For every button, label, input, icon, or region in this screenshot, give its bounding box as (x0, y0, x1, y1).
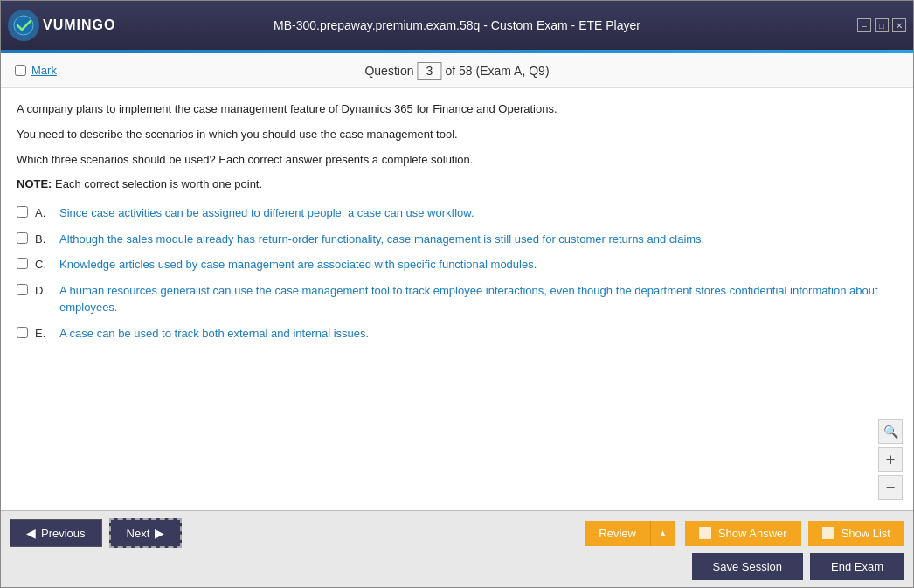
question-note: NOTE: Each correct selection is worth on… (17, 176, 897, 194)
logo: VUMINGO (8, 10, 115, 41)
logo-text: VUMINGO (43, 17, 115, 33)
question-header: Mark Question 3 of 58 (Exam A, Q9) (1, 53, 913, 88)
next-button[interactable]: Next ▶ (109, 518, 183, 548)
bottom-row1: ◀ Previous Next ▶ Review ▲ Show Answer S… (10, 518, 904, 548)
zoom-out-button[interactable]: − (878, 475, 903, 500)
bottom-bar: ◀ Previous Next ▶ Review ▲ Show Answer S… (1, 510, 913, 587)
search-zoom-button[interactable]: 🔍 (878, 419, 903, 444)
option-d: D. A human resources generalist can use … (17, 282, 897, 316)
option-b: B. Although the sales module already has… (17, 231, 897, 248)
question-number-box: 3 (417, 62, 441, 80)
close-button[interactable]: ✕ (892, 18, 906, 32)
question-number-display: Question 3 of 58 (Exam A, Q9) (364, 62, 549, 80)
maximize-button[interactable]: □ (875, 18, 889, 32)
review-btn-wrap: Review ▲ (585, 521, 675, 546)
prev-arrow-icon: ◀ (26, 526, 36, 540)
option-b-text: Although the sales module already has re… (59, 231, 704, 248)
option-a: A. Since case activities can be assigned… (17, 204, 897, 222)
show-answer-button[interactable]: Show Answer (685, 521, 801, 546)
note-text: Each correct selection is worth one poin… (55, 177, 262, 190)
review-button[interactable]: Review (585, 521, 650, 546)
title-bar: VUMINGO MB-300.prepaway.premium.exam.58q… (1, 1, 913, 50)
show-answer-label: Show Answer (718, 527, 787, 540)
window-controls: – □ ✕ (857, 18, 906, 32)
mark-section: Mark (15, 64, 57, 77)
next-arrow-icon: ▶ (155, 526, 164, 540)
previous-button[interactable]: ◀ Previous (10, 519, 102, 547)
option-c-text: Knowledge articles used by case manageme… (59, 256, 537, 273)
option-d-text: A human resources generalist can use the… (59, 282, 897, 316)
mark-checkbox[interactable] (15, 65, 26, 76)
zoom-controls: 🔍 + − (878, 419, 903, 500)
question-label: Question (364, 64, 413, 78)
option-a-checkbox[interactable] (17, 206, 28, 218)
options-list: A. Since case activities can be assigned… (17, 204, 897, 342)
bottom-row2: Save Session End Exam (10, 553, 904, 580)
review-caret-button[interactable]: ▲ (650, 521, 675, 546)
question-line1: A company plans to implement the case ma… (17, 100, 897, 119)
option-c: C. Knowledge articles used by case manag… (17, 256, 897, 273)
title-bar-left: VUMINGO (8, 10, 115, 41)
option-e-text: A case can be used to track both externa… (59, 325, 369, 342)
window-title: MB-300.prepaway.premium.exam.58q - Custo… (274, 18, 640, 32)
option-b-checkbox[interactable] (17, 232, 28, 244)
next-label: Next (127, 527, 150, 540)
save-session-button[interactable]: Save Session (692, 553, 804, 580)
note-prefix: NOTE: (17, 177, 52, 190)
zoom-in-button[interactable]: + (878, 447, 903, 472)
option-e-checkbox[interactable] (17, 327, 28, 338)
question-of-total: of 58 (Exam A, Q9) (445, 64, 549, 78)
content-area: A company plans to implement the case ma… (1, 88, 913, 510)
end-exam-button[interactable]: End Exam (810, 553, 904, 580)
question-line2: You need to describe the scenarios in wh… (17, 126, 897, 144)
show-list-button[interactable]: Show List (808, 521, 904, 546)
logo-icon (8, 10, 39, 41)
show-list-label: Show List (841, 527, 890, 540)
mark-link[interactable]: Mark (31, 64, 57, 77)
previous-label: Previous (41, 527, 86, 540)
question-line3: Which three scenarios should be used? Ea… (17, 151, 897, 169)
option-c-checkbox[interactable] (17, 258, 28, 269)
option-d-checkbox[interactable] (17, 284, 28, 295)
option-e: E. A case can be used to track both exte… (17, 325, 897, 342)
option-a-text: Since case activities can be assigned to… (59, 204, 474, 222)
show-answer-icon (699, 527, 711, 539)
show-list-icon (822, 527, 834, 539)
minimize-button[interactable]: – (857, 18, 871, 32)
